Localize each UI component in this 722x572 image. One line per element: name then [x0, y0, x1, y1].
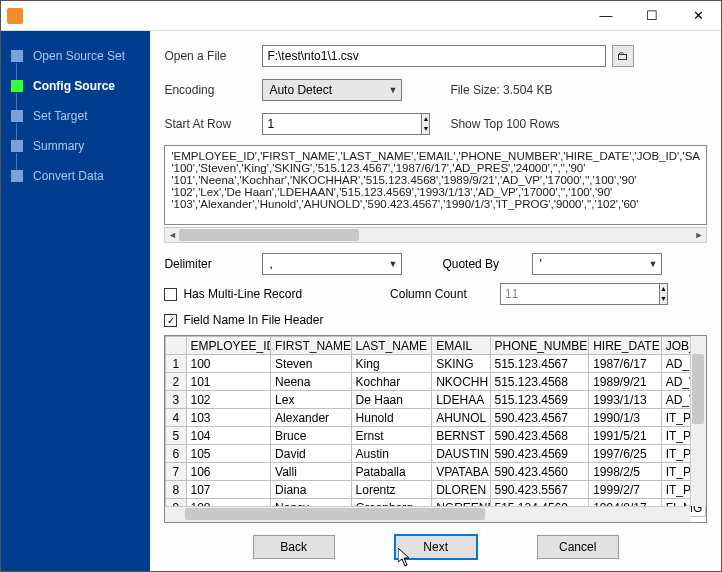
table-cell[interactable]: DAUSTIN — [432, 445, 490, 463]
table-row[interactable]: 3102LexDe HaanLDEHAA515.123.45691993/1/1… — [166, 391, 706, 409]
table-row[interactable]: 1100StevenKingSKING515.123.45671987/6/17… — [166, 355, 706, 373]
table-cell[interactable]: BERNST — [432, 427, 490, 445]
column-header[interactable]: EMAIL — [432, 337, 490, 355]
step-summary[interactable]: Summary — [1, 131, 150, 161]
table-cell[interactable]: 103 — [186, 409, 271, 427]
table-cell[interactable]: 1993/1/13 — [589, 391, 661, 409]
table-cell[interactable]: 1989/9/21 — [589, 373, 661, 391]
spin-down-icon[interactable]: ▼ — [422, 124, 429, 134]
table-cell[interactable]: NKOCHH — [432, 373, 490, 391]
table-row[interactable]: 7106ValliPataballaVPATABA590.423.4560199… — [166, 463, 706, 481]
scroll-right-icon[interactable]: ► — [692, 228, 706, 242]
table-cell[interactable]: Neena — [271, 373, 352, 391]
column-header[interactable]: HIRE_DATE — [589, 337, 661, 355]
table-cell[interactable]: Valli — [271, 463, 352, 481]
table-cell[interactable]: Lorentz — [351, 481, 432, 499]
step-open-source-set[interactable]: Open Source Set — [1, 41, 150, 71]
table-cell[interactable]: 101 — [186, 373, 271, 391]
table-cell[interactable]: 515.123.4569 — [490, 391, 589, 409]
scroll-thumb[interactable] — [179, 229, 359, 241]
start-row-input[interactable] — [262, 113, 421, 135]
table-cell[interactable]: Ernst — [351, 427, 432, 445]
spin-up-icon[interactable]: ▲ — [660, 284, 667, 294]
step-set-target[interactable]: Set Target — [1, 101, 150, 131]
table-cell[interactable]: 107 — [186, 481, 271, 499]
step-convert-data[interactable]: Convert Data — [1, 161, 150, 191]
table-cell[interactable]: 590.423.4567 — [490, 409, 589, 427]
close-button[interactable]: ✕ — [675, 1, 721, 31]
spin-up-icon[interactable]: ▲ — [422, 114, 429, 124]
table-cell[interactable]: King — [351, 355, 432, 373]
data-grid[interactable]: EMPLOYEE_ID FIRST_NAME LAST_NAME EMAIL P… — [164, 335, 707, 523]
header-in-file-checkbox[interactable] — [164, 314, 177, 327]
preview-hscrollbar[interactable]: ◄ ► — [164, 227, 707, 243]
table-cell[interactable]: 104 — [186, 427, 271, 445]
encoding-combo[interactable]: Auto Detect ▼ — [262, 79, 402, 101]
column-header[interactable]: EMPLOYEE_ID — [186, 337, 271, 355]
grid-vscrollbar[interactable] — [690, 336, 706, 506]
table-cell[interactable]: 1991/5/21 — [589, 427, 661, 445]
table-cell[interactable]: 1997/6/25 — [589, 445, 661, 463]
table-cell[interactable]: 515.123.4568 — [490, 373, 589, 391]
scroll-thumb[interactable] — [692, 354, 704, 424]
table-cell[interactable]: Kochhar — [351, 373, 432, 391]
multiline-checkbox[interactable] — [164, 288, 177, 301]
column-header[interactable]: PHONE_NUMBER — [490, 337, 589, 355]
open-file-input[interactable] — [262, 45, 606, 67]
table-row[interactable]: 8107DianaLorentzDLOREN590.423.55671999/2… — [166, 481, 706, 499]
table-cell[interactable]: 106 — [186, 463, 271, 481]
table-row[interactable]: 2101NeenaKochharNKOCHH515.123.45681989/9… — [166, 373, 706, 391]
table-cell[interactable]: Hunold — [351, 409, 432, 427]
table-cell[interactable]: 102 — [186, 391, 271, 409]
quoted-by-label: Quoted By — [442, 257, 532, 271]
start-row-spinner[interactable]: ▲▼ — [262, 113, 402, 135]
table-row[interactable]: 5104BruceErnstBERNST590.423.45681991/5/2… — [166, 427, 706, 445]
row-number: 8 — [166, 481, 186, 499]
table-cell[interactable]: Steven — [271, 355, 352, 373]
scroll-thumb[interactable] — [185, 508, 485, 520]
cancel-button[interactable]: Cancel — [537, 535, 619, 559]
preview-line: 'EMPLOYEE_ID','FIRST_NAME','LAST_NAME','… — [171, 150, 700, 162]
table-cell[interactable]: AHUNOL — [432, 409, 490, 427]
scroll-left-icon[interactable]: ◄ — [165, 228, 179, 242]
table-cell[interactable]: Pataballa — [351, 463, 432, 481]
table-cell[interactable]: Lex — [271, 391, 352, 409]
column-count-spinner[interactable]: ▲▼ — [500, 283, 610, 305]
table-cell[interactable]: 590.423.4560 — [490, 463, 589, 481]
column-header[interactable]: FIRST_NAME — [271, 337, 352, 355]
table-cell[interactable]: 590.423.4568 — [490, 427, 589, 445]
next-button[interactable]: Next — [395, 535, 477, 559]
quoted-by-combo[interactable]: ' ▼ — [532, 253, 662, 275]
delimiter-combo[interactable]: , ▼ — [262, 253, 402, 275]
table-cell[interactable]: Bruce — [271, 427, 352, 445]
table-cell[interactable]: 515.123.4567 — [490, 355, 589, 373]
table-cell[interactable]: Alexander — [271, 409, 352, 427]
step-config-source[interactable]: Config Source — [1, 71, 150, 101]
grid-hscrollbar[interactable] — [165, 506, 690, 522]
table-cell[interactable]: 1999/2/7 — [589, 481, 661, 499]
table-cell[interactable]: 590.423.5567 — [490, 481, 589, 499]
column-header[interactable]: LAST_NAME — [351, 337, 432, 355]
column-count-input[interactable] — [500, 283, 659, 305]
table-cell[interactable]: SKING — [432, 355, 490, 373]
table-cell[interactable]: 100 — [186, 355, 271, 373]
table-cell[interactable]: LDEHAA — [432, 391, 490, 409]
minimize-button[interactable]: — — [583, 1, 629, 31]
table-cell[interactable]: 1998/2/5 — [589, 463, 661, 481]
table-cell[interactable]: 1987/6/17 — [589, 355, 661, 373]
table-row[interactable]: 6105DavidAustinDAUSTIN590.423.45691997/6… — [166, 445, 706, 463]
table-cell[interactable]: VPATABA — [432, 463, 490, 481]
table-cell[interactable]: 105 — [186, 445, 271, 463]
table-cell[interactable]: 1990/1/3 — [589, 409, 661, 427]
table-cell[interactable]: De Haan — [351, 391, 432, 409]
table-row[interactable]: 4103AlexanderHunoldAHUNOL590.423.4567199… — [166, 409, 706, 427]
table-cell[interactable]: David — [271, 445, 352, 463]
table-cell[interactable]: Diana — [271, 481, 352, 499]
maximize-button[interactable]: ☐ — [629, 1, 675, 31]
spin-down-icon[interactable]: ▼ — [660, 294, 667, 304]
table-cell[interactable]: 590.423.4569 — [490, 445, 589, 463]
browse-file-button[interactable]: 🗀 — [612, 45, 634, 67]
table-cell[interactable]: Austin — [351, 445, 432, 463]
table-cell[interactable]: DLOREN — [432, 481, 490, 499]
back-button[interactable]: Back — [253, 535, 335, 559]
